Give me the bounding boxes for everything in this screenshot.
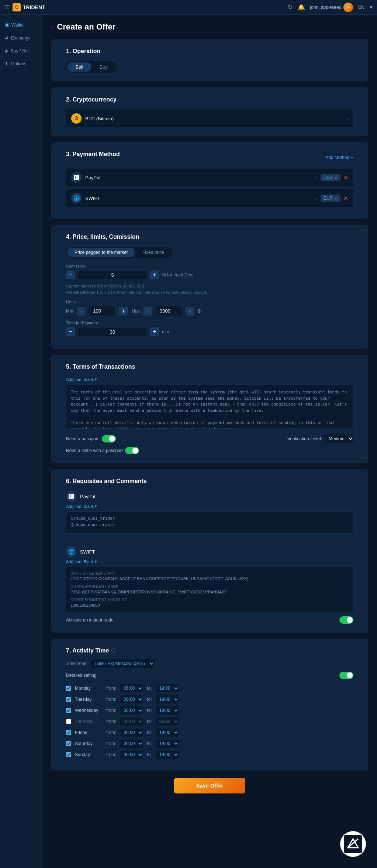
add-method-button[interactable]: Add Method +	[325, 155, 353, 160]
tab-fixed[interactable]: Fixed price	[135, 248, 172, 257]
menu-icon[interactable]: ☰	[4, 4, 10, 11]
day-name-monday: Monday	[75, 686, 103, 691]
paypal-chevron-icon: ›	[316, 175, 317, 180]
day-checkbox-friday[interactable]	[66, 730, 71, 735]
time-input[interactable]	[78, 328, 147, 336]
topbar: ☰ ⬡ TRIDENT ↻ 🔔 john_appleseed JA EN ▾	[0, 0, 377, 15]
sidebar-item-exchange[interactable]: ⇄ Exchange ›	[0, 31, 42, 44]
from-time-select-monday[interactable]: 06:00	[120, 684, 143, 692]
paypal-from-blank-button[interactable]: Add from Blank ▾	[66, 504, 353, 509]
info-icon[interactable]: ⓘ	[111, 647, 116, 654]
max-increase-button[interactable]: +	[186, 307, 194, 316]
min-decrease-button[interactable]: −	[77, 307, 86, 316]
verification-label: Verification Level:	[287, 436, 322, 441]
day-checkbox-thursday[interactable]	[66, 719, 71, 724]
crypto-selector[interactable]: ₿ BTC (Bitcoin) ›	[66, 110, 353, 127]
from-time-select-sunday[interactable]: 06:00	[120, 751, 143, 759]
add-from-blank-button[interactable]: Add from Blank ▾	[66, 377, 353, 382]
to-time-select-tuesday[interactable]: 19:00	[156, 695, 179, 703]
from-time-select-wednesday[interactable]: 06:00	[120, 706, 143, 714]
min-increase-button[interactable]: +	[119, 307, 128, 316]
day-checkbox-tuesday[interactable]	[66, 697, 71, 702]
commission-input[interactable]	[78, 271, 147, 279]
verification-select[interactable]: Medium Low High	[324, 434, 353, 443]
back-button[interactable]: ‹	[51, 24, 53, 30]
refresh-icon[interactable]: ↻	[288, 4, 293, 11]
tab-pegged[interactable]: Price pegged to the market	[67, 248, 135, 257]
day-row: Sunday from: 06:00 to: 19:00	[66, 751, 353, 759]
payment-header: 3. Payment Method Add Method +	[66, 151, 353, 164]
min-input[interactable]	[89, 306, 115, 316]
lang-chevron-icon[interactable]: ▾	[370, 4, 373, 11]
instant-trade-toggle[interactable]	[339, 616, 353, 624]
swift-section: 🌐 SWIFT Add from Blank ▾ BANK OF BENEFIC…	[66, 547, 353, 624]
payment-row-paypal: 🅿 PayPal › USD ▲ ✕	[66, 169, 353, 186]
chevron-right-icon-2: ›	[37, 36, 38, 40]
paypal-name: PayPal	[85, 175, 100, 180]
section-requisites: 6. Requisites and Comments 🅿 PayPal Add …	[51, 469, 368, 633]
day-checkbox-monday[interactable]	[66, 686, 71, 691]
commission-decrease-button[interactable]: −	[66, 271, 75, 279]
to-time-select-friday[interactable]: 19:00	[156, 728, 179, 737]
need-passport-toggle[interactable]	[102, 435, 116, 442]
sidebar-item-buysell[interactable]: ◈ Buy / Sell ›	[0, 44, 42, 57]
swift-currency[interactable]: EUR ▲	[321, 194, 340, 202]
commission-increase-button[interactable]: +	[150, 271, 159, 279]
lang-selector[interactable]: EN	[358, 5, 364, 10]
sidebar-item-options[interactable]: ⬆ Options ›	[0, 57, 42, 70]
limits-row: Min − + Max − + $	[66, 306, 353, 316]
to-time-select-sunday[interactable]: 19:00	[156, 751, 179, 759]
time-decrease-button[interactable]: −	[66, 327, 75, 336]
swift-from-blank-button[interactable]: Add from Blank ▾	[66, 559, 353, 564]
sidebar-label-options: Options	[11, 61, 26, 66]
max-input[interactable]	[156, 306, 182, 316]
timezone-select[interactable]: (GMT +3) Moscow, 09:25	[91, 659, 154, 668]
from-label-5: from:	[106, 741, 116, 746]
detailed-setting-toggle[interactable]	[339, 672, 353, 679]
swift-delete-button[interactable]: ✕	[343, 195, 348, 202]
paypal-textarea[interactable]: @chupa_dups_trider @chupa_dups_crypto	[66, 512, 353, 534]
correspondent-label: CORRESPONDENT BANK	[70, 585, 349, 589]
paypal-delete-button[interactable]: ✕	[343, 174, 348, 181]
need-passport-label: Need a passport:	[66, 436, 100, 441]
save-offer-button[interactable]: Save Offer	[174, 778, 245, 793]
max-decrease-button[interactable]: −	[143, 307, 152, 316]
to-label-4: to:	[147, 730, 152, 735]
to-time-select-wednesday[interactable]: 19:00	[156, 706, 179, 714]
user-info[interactable]: john_appleseed JA	[310, 3, 353, 12]
logo-shield: ⬡	[13, 3, 21, 11]
topbar-right: ↻ 🔔 john_appleseed JA EN ▾	[288, 3, 373, 12]
logo: ⬡ TRIDENT	[13, 3, 45, 11]
day-checkbox-saturday[interactable]	[66, 741, 71, 746]
buy-button[interactable]: Buy	[91, 62, 116, 72]
from-time-select-friday[interactable]: 06:00	[120, 728, 143, 737]
need-selfie-toggle[interactable]	[125, 447, 139, 454]
sell-button[interactable]: Sell	[67, 62, 91, 72]
from-label-4: from:	[106, 730, 116, 735]
from-time-select-thursday[interactable]: 06:00	[120, 717, 143, 726]
day-checkbox-wednesday[interactable]	[66, 708, 71, 713]
layout: ▣ Wallet › ⇄ Exchange › ◈ Buy / Sell › ⬆…	[0, 15, 377, 868]
sidebar-item-wallet[interactable]: ▣ Wallet ›	[0, 18, 42, 31]
section-payment: 3. Payment Method Add Method + 🅿 PayPal …	[51, 142, 368, 219]
to-label-0: to:	[147, 686, 152, 691]
day-name-saturday: Saturday	[75, 741, 103, 746]
bell-icon[interactable]: 🔔	[298, 4, 305, 11]
instant-trade-row: Activate an instant trade	[66, 616, 353, 624]
btc-icon: ₿	[71, 113, 82, 124]
to-time-select-thursday[interactable]: 06:00	[156, 717, 179, 726]
day-checkbox-sunday[interactable]	[66, 752, 71, 757]
swift-req-title: SWIFT	[80, 549, 95, 555]
to-time-select-monday[interactable]: 19:00	[156, 684, 179, 692]
commission-label: Comission	[66, 264, 353, 268]
from-time-select-saturday[interactable]: 06:00	[120, 740, 143, 748]
instant-trade-label: Activate an instant trade	[66, 617, 114, 623]
from-time-select-tuesday[interactable]: 06:00	[120, 695, 143, 703]
terms-textarea[interactable]: The terms of the deal are described here…	[66, 385, 353, 429]
time-increase-button[interactable]: +	[150, 327, 159, 336]
to-label-6: to:	[147, 752, 152, 757]
page-header: ‹ Create an Offer	[51, 22, 368, 32]
to-time-select-saturday[interactable]: 19:00	[156, 740, 179, 748]
day-name-thursday: Thursday	[75, 719, 103, 724]
paypal-currency[interactable]: USD ▲	[321, 174, 340, 181]
